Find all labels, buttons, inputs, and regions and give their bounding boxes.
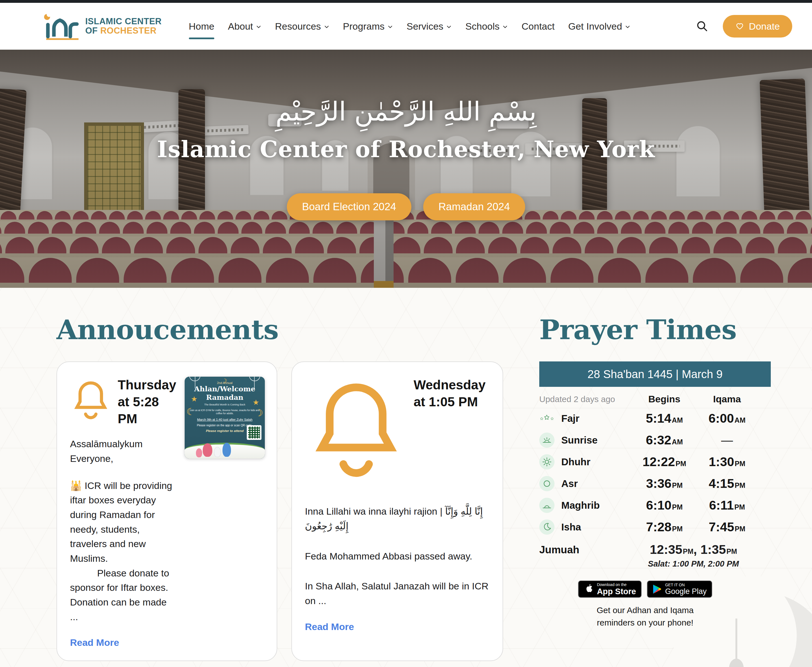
iqama-time: —	[698, 433, 756, 447]
prayer-rows: Fajr5:14AM6:00AMSunrise6:32AM—Dhuhr12:22…	[539, 407, 771, 538]
begins-time-value: 7:28	[646, 520, 671, 534]
moon-icon	[539, 519, 554, 535]
iqama-column-header: Iqama	[698, 393, 756, 405]
logo-text: ISLAMIC CENTER OF ROCHESTER	[85, 17, 162, 36]
begins-time-value: 12:22	[642, 455, 675, 469]
announcement-paragraph: Feda Mohammed Abbasi passed away.	[305, 549, 491, 564]
announcement-time-heading: Wednesday at 1:05 PM	[305, 377, 491, 492]
sun-icon	[539, 454, 554, 470]
begins-time-value: 6:32	[646, 433, 671, 447]
search-icon[interactable]	[696, 20, 708, 32]
browser-top-strip	[0, 0, 812, 3]
prayer-name-label: Asr	[561, 478, 577, 489]
iqama-time-value: 7:45	[709, 520, 734, 534]
google-play-badge-bottom: Google Play	[665, 588, 707, 595]
jumuah-times: 12:35PM, 1:35PM	[631, 542, 756, 557]
chevron-down-icon	[256, 24, 261, 30]
nav-item-label: Contact	[521, 21, 554, 32]
nav-item-contact[interactable]: Contact	[521, 18, 554, 35]
begins-time: 6:32AM	[631, 433, 698, 448]
prayer-name-label: Fajr	[561, 413, 579, 424]
logo-mosque-icon	[44, 12, 80, 41]
prayer-name: Isha	[539, 519, 631, 535]
main-content: Annoucements Thursday at 5:28 PMAssalāmu…	[0, 288, 812, 667]
nav-item-about[interactable]: About	[228, 18, 261, 35]
bell-icon	[70, 377, 111, 427]
begins-time: 5:14AM	[631, 411, 698, 426]
sunrise-icon	[539, 433, 554, 448]
nav-item-home[interactable]: Home	[189, 18, 215, 35]
iqama-time-value: 1:30	[709, 455, 734, 469]
announcement-paragraph: 🕌 ICR will be providing iftar boxes ever…	[70, 478, 176, 566]
iqama-time-suffix: PM	[734, 503, 745, 511]
iqama-time-value: 4:15	[709, 476, 734, 491]
prayer-row-maghrib: Maghrib6:10PM6:11PM	[539, 494, 771, 516]
site-logo[interactable]: ISLAMIC CENTER OF ROCHESTER	[44, 12, 162, 41]
flyer-body-text: Join us at ICR GYM for crafts, Bounce ho…	[189, 409, 261, 415]
nav-item-services[interactable]: Services	[406, 18, 452, 35]
nav-item-resources[interactable]: Resources	[275, 18, 329, 35]
app-store-badge-top: Download on the	[597, 582, 636, 587]
prayer-table-header: Updated 2 days ago Begins Iqama	[539, 393, 771, 405]
hero-section: بِسْمِ اللهِ الرَّحْمٰنِ الرَّحِيْمِ Isl…	[0, 50, 812, 288]
nav-item-schools[interactable]: Schools	[465, 18, 508, 35]
chevron-down-icon	[502, 24, 508, 30]
nav-item-get-involved[interactable]: Get Involved	[568, 18, 631, 35]
prayer-name-label: Sunrise	[561, 435, 597, 446]
prayer-row-sunrise: Sunrise6:32AM—	[539, 429, 771, 451]
prayer-name: Fajr	[539, 411, 631, 426]
announcement-paragraph: Inna Lillahi wa inna ilayhi rajion | إِن…	[305, 504, 491, 533]
heart-icon	[735, 22, 744, 31]
announcements-title: Annoucements	[57, 314, 511, 346]
begins-time: 12:22PM	[631, 455, 698, 469]
announcement-card: Thursday at 5:28 PMAssalāmualykum Everyo…	[57, 362, 277, 661]
flyer-title-line1: Ahlan/Welcome	[189, 385, 261, 393]
prayer-name: Dhuhr	[539, 454, 631, 470]
nav-item-label: Home	[189, 21, 215, 32]
prayer-row-asr: Asr3:36PM4:15PM	[539, 473, 771, 494]
begins-time-suffix: AM	[672, 416, 683, 424]
donate-button[interactable]: Donate	[723, 15, 792, 38]
circle-icon	[539, 476, 554, 491]
prayer-name: Sunrise	[539, 433, 631, 448]
jumuah-suffix-2: PM	[726, 548, 737, 555]
begins-time: 6:10PM	[631, 498, 698, 513]
iqama-time: 1:30PM	[698, 455, 756, 469]
iqama-time-suffix: AM	[735, 416, 745, 424]
google-play-icon	[652, 584, 662, 594]
site-header: ISLAMIC CENTER OF ROCHESTER HomeAboutRes…	[0, 3, 812, 50]
read-more-link[interactable]: Read More	[305, 621, 354, 632]
announcement-cards: Thursday at 5:28 PMAssalāmualykum Everyo…	[57, 362, 511, 661]
iqama-time-suffix: PM	[735, 460, 745, 468]
hero-button-board-election-2024[interactable]: Board Election 2024	[287, 193, 411, 221]
read-more-link[interactable]: Read More	[70, 637, 119, 648]
header-right: Donate	[696, 15, 792, 38]
iqama-time: 7:45PM	[698, 520, 756, 534]
begins-time-suffix: PM	[672, 481, 683, 489]
chevron-down-icon	[446, 24, 452, 30]
announcement-time: Wednesday at 1:05 PM	[414, 377, 491, 492]
hero-button-ramadan-2024[interactable]: Ramadan 2024	[423, 193, 525, 221]
bismillah-calligraphy: بِسْمِ اللهِ الرَّحْمٰنِ الرَّحِيْمِ	[276, 95, 537, 129]
prayer-row-dhuhr: Dhuhr12:22PM1:30PM	[539, 451, 771, 473]
app-store-badge[interactable]: Download on the App Store	[578, 581, 642, 598]
app-store-badge-bottom: App Store	[597, 587, 636, 596]
announcement-time: Thursday at 5:28 PM	[118, 377, 176, 427]
chevron-down-icon	[324, 24, 329, 30]
ramadan-flyer-image[interactable]: ★★☾☽☽2nd AnnualAhlan/WelcomeRamadanThe B…	[185, 377, 265, 458]
google-play-badge[interactable]: GET IT ON Google Play	[647, 581, 712, 598]
prayer-row-fajr: Fajr5:14AM6:00AM	[539, 407, 771, 429]
jumuah-row: Jumuah 12:35PM, 1:35PM Salat: 1:00 PM, 2…	[539, 542, 771, 569]
prayer-row-isha: Isha7:28PM7:45PM	[539, 516, 771, 538]
chevron-down-icon	[625, 24, 631, 30]
nav-item-label: Get Involved	[568, 21, 622, 32]
begins-time-value: 3:36	[646, 476, 671, 491]
prayer-name: Maghrib	[539, 498, 631, 513]
logo-line2-of: OF	[85, 26, 100, 36]
jumuah-separator: ,	[694, 542, 701, 557]
begins-time: 7:28PM	[631, 520, 698, 534]
nav-item-programs[interactable]: Programs	[343, 18, 393, 35]
flyer-date-line: March 9th at 1:40 just after Zuhr Salah	[189, 418, 261, 421]
stars-icon	[539, 411, 554, 426]
iqama-time-suffix: PM	[735, 481, 745, 489]
